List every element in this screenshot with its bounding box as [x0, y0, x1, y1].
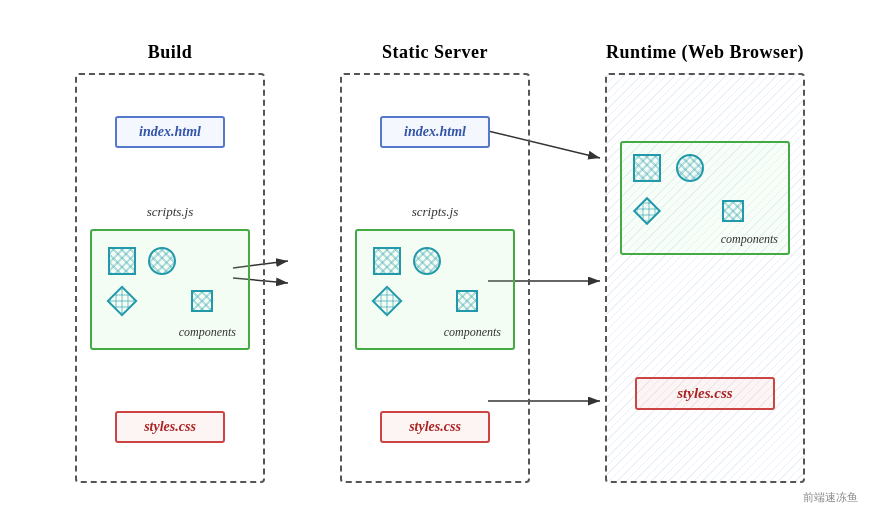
- rt-diamond: [633, 197, 661, 225]
- build-scripts-label: scripts.js: [147, 204, 194, 220]
- static-components-label: components: [365, 325, 505, 340]
- s-shape-diamond: [371, 285, 402, 316]
- rt-cell-5: [671, 192, 709, 230]
- static-server-title: Static Server: [382, 42, 488, 63]
- s-shape-small-sq: [456, 290, 478, 312]
- s-shape-cell-2: [409, 243, 445, 279]
- rt-sm-sq: [722, 200, 744, 222]
- s-shape-cell-3: [449, 243, 485, 279]
- rt-sq-1: [633, 154, 661, 182]
- rt-cell-2: [671, 149, 709, 187]
- build-styles-css: styles.css: [115, 411, 225, 443]
- shape-cell-1: [104, 243, 140, 279]
- build-scripts-group: scripts.js components: [89, 204, 251, 355]
- s-shape-cell-5: [409, 283, 445, 319]
- runtime-shape-grid: [628, 149, 782, 230]
- rt-circle: [676, 154, 704, 182]
- build-shape-grid: [100, 239, 240, 323]
- shape-small-sq-1: [191, 290, 213, 312]
- runtime-column: Runtime (Web Browser) components: [605, 42, 805, 483]
- build-scripts-box: components: [90, 229, 250, 350]
- shape-cell-2: [144, 243, 180, 279]
- shape-diamond-1: [106, 285, 137, 316]
- build-panel: index.html scripts.js components styles.…: [75, 73, 265, 483]
- build-index-html: index.html: [115, 116, 225, 148]
- shape-square-1: [108, 247, 136, 275]
- build-title: Build: [148, 42, 193, 63]
- main-diagram: Build index.html scripts.js components: [10, 13, 870, 513]
- static-server-panel: index.html scripts.js components styles.…: [340, 73, 530, 483]
- s-shape-square: [373, 247, 401, 275]
- s-shape-circle: [413, 247, 441, 275]
- static-server-column: Static Server index.html scripts.js comp…: [340, 42, 530, 483]
- s-shape-cell-4: [369, 283, 405, 319]
- rt-cell-3: [714, 149, 752, 187]
- watermark: 前端速冻鱼: [803, 490, 858, 505]
- build-components-label: components: [100, 325, 240, 340]
- runtime-panel: components styles.css: [605, 73, 805, 483]
- static-scripts-label: scripts.js: [412, 204, 459, 220]
- static-index-html: index.html: [380, 116, 490, 148]
- rt-cell-4: [628, 192, 666, 230]
- shape-cell-3: [184, 243, 220, 279]
- shape-cell-5: [144, 283, 180, 319]
- static-scripts-group: scripts.js components: [354, 204, 516, 355]
- s-shape-cell-1: [369, 243, 405, 279]
- shape-cell-4: [104, 283, 140, 319]
- shape-circle-1: [148, 247, 176, 275]
- static-styles-css: styles.css: [380, 411, 490, 443]
- static-scripts-box: components: [355, 229, 515, 350]
- runtime-components-box: components: [620, 141, 790, 255]
- runtime-styles-css: styles.css: [635, 377, 775, 410]
- build-column: Build index.html scripts.js components: [75, 42, 265, 483]
- rt-cell-1: [628, 149, 666, 187]
- rt-cell-6: [714, 192, 752, 230]
- runtime-title: Runtime (Web Browser): [606, 42, 804, 63]
- static-shape-grid: [365, 239, 505, 323]
- runtime-components-label: components: [628, 232, 782, 247]
- shape-cell-6: [184, 283, 220, 319]
- s-shape-cell-6: [449, 283, 485, 319]
- runtime-components-group: components: [619, 141, 791, 255]
